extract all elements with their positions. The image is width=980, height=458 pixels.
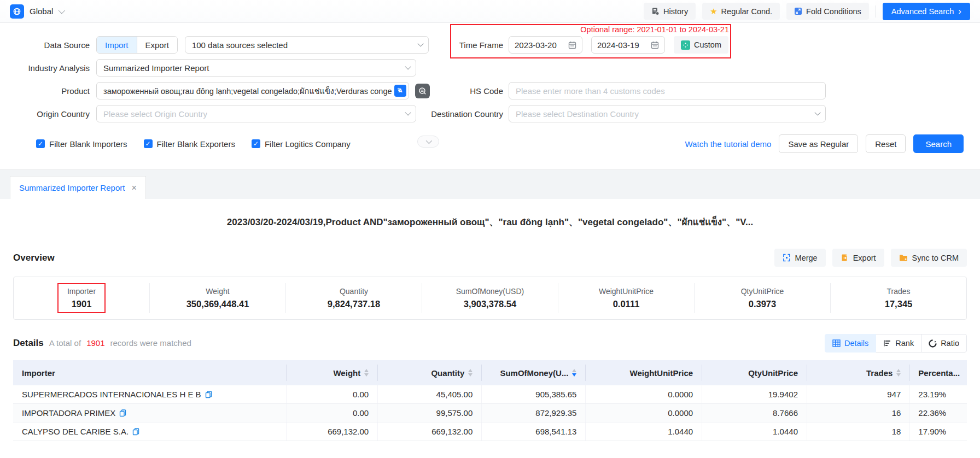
chevron-down-icon — [417, 40, 423, 46]
merge-button[interactable]: Merge — [774, 249, 826, 267]
table-row[interactable]: IMPORTADORA PRIMEX 0.0099,575.00872,929.… — [13, 404, 967, 422]
filter-checkbox-label: Filter Blank Importers — [49, 139, 127, 149]
column-header-percenta-: Percenta... — [909, 360, 967, 385]
table-row[interactable]: CALYPSO DEL CARIBE S.A. 669,132.00669,13… — [13, 422, 967, 441]
chevron-down-icon — [814, 109, 820, 115]
copy-icon[interactable] — [119, 409, 126, 417]
sort-carets[interactable] — [896, 369, 901, 377]
sort-asc-icon[interactable] — [896, 369, 901, 372]
match-summary-suffix: records were matched — [110, 338, 191, 348]
cell-sumofmoney-u-: 905,385.65 — [481, 385, 585, 403]
product-filter-icon[interactable] — [415, 84, 430, 98]
sort-asc-icon[interactable] — [364, 369, 369, 372]
column-header-importer: Importer — [13, 360, 286, 385]
cell-qtyunitprice: 1.0440 — [702, 422, 807, 441]
importer-link[interactable]: IMPORTADORA PRIMEX — [22, 408, 115, 418]
view-rank-button[interactable]: Rank — [876, 334, 921, 353]
product-input[interactable]: замороженный овощ;rau đông lạnh;vegetal … — [96, 82, 409, 99]
sort-desc-icon[interactable] — [468, 373, 472, 377]
close-icon[interactable]: × — [131, 183, 136, 193]
custom-range-button[interactable]: Custom — [674, 36, 728, 54]
stat-value: 9,824,737.18 — [328, 299, 380, 309]
start-date-input[interactable]: 2023-03-20 — [509, 36, 582, 54]
region-selector-label[interactable]: Global — [30, 7, 53, 16]
save-as-regular-button[interactable]: Save as Regular — [779, 134, 858, 153]
checkbox-checked-icon[interactable]: ✓ — [252, 139, 260, 148]
globe-icon — [10, 4, 24, 19]
copy-icon[interactable] — [132, 428, 139, 436]
origin-country-select[interactable]: Please select Origin Country — [96, 105, 416, 122]
sync-to-crm-button[interactable]: Sync to CRM — [891, 249, 967, 267]
importer-cell: SUPERMERCADOS INTERNACIONALES H E B — [13, 385, 286, 403]
data-sources-select[interactable]: 100 data sources selected — [185, 36, 429, 54]
stat-label: Importer — [67, 287, 96, 296]
column-header-trades[interactable]: Trades — [807, 360, 909, 385]
star-icon: ★ — [710, 7, 717, 15]
stat-value: 1901 — [72, 299, 92, 309]
column-header-weight[interactable]: Weight — [286, 360, 377, 385]
history-button[interactable]: History — [644, 3, 696, 20]
chevron-down-icon[interactable] — [59, 7, 66, 14]
report-content: 2023/03/20-2024/03/19,Product AND"заморо… — [0, 214, 980, 441]
stat-value: 3,903,378.54 — [464, 299, 516, 309]
importer-link[interactable]: SUPERMERCADOS INTERNACIONALES H E B — [22, 390, 201, 399]
checkbox-checked-icon[interactable]: ✓ — [36, 139, 45, 148]
export-tab[interactable]: Export — [137, 37, 177, 53]
copy-icon[interactable] — [205, 391, 212, 398]
view-details-button[interactable]: Details — [825, 334, 876, 353]
tutorial-link[interactable]: Watch the tutorial demo — [685, 139, 772, 149]
table-row[interactable]: SUPERMERCADOS INTERNACIONALES H E B 0.00… — [13, 385, 967, 404]
sort-asc-icon[interactable] — [468, 369, 472, 372]
hs-code-label: HS Code — [451, 86, 503, 96]
search-button[interactable]: Search — [913, 134, 964, 153]
cell-qtyunitprice: 8.7666 — [702, 404, 807, 422]
sort-desc-icon[interactable] — [364, 373, 369, 377]
cell-weight: 0.00 — [286, 404, 377, 422]
sort-carets[interactable] — [364, 369, 369, 377]
filter-checkbox-0[interactable]: ✓ Filter Blank Importers — [36, 139, 127, 149]
stat-weight: Weight 350,369,448.41 — [149, 283, 285, 313]
checkbox-checked-icon[interactable]: ✓ — [144, 139, 153, 148]
industry-analysis-select[interactable]: Summarized Importer Report — [96, 59, 416, 77]
stat-label: Quantity — [340, 287, 368, 296]
cell-weightunitprice: 0.0000 — [585, 404, 702, 422]
view-ratio-button[interactable]: Ratio — [921, 334, 967, 353]
end-date-input[interactable]: 2024-03-19 — [591, 36, 665, 54]
fold-conditions-icon — [794, 7, 802, 15]
time-frame-label: Time Frame — [451, 40, 503, 50]
collapse-conditions-button[interactable] — [417, 136, 439, 148]
destination-country-placeholder: Please select Destination Country — [516, 109, 639, 119]
reset-button[interactable]: Reset — [866, 134, 906, 153]
column-header-sumofmoney-u-[interactable]: SumOfMoney(U... — [481, 360, 585, 385]
stat-label: Trades — [886, 287, 910, 296]
column-header-weightunitprice: WeightUnitPrice — [585, 360, 702, 385]
stat-value: 17,345 — [885, 299, 912, 309]
tab-summarized-importer-report[interactable]: Summarized Importer Report × — [10, 176, 146, 199]
data-source-label: Data Source — [13, 40, 90, 50]
calendar-icon — [651, 41, 659, 49]
fold-conditions-button[interactable]: Fold Conditions — [786, 3, 869, 20]
overview-heading: Overview — [13, 253, 55, 263]
sort-carets[interactable] — [572, 369, 576, 377]
translate-icon[interactable]: A — [394, 85, 406, 97]
sort-desc-icon[interactable] — [896, 373, 901, 377]
filter-checkbox-1[interactable]: ✓ Filter Blank Exporters — [144, 139, 235, 149]
stat-label: QtyUnitPrice — [741, 287, 784, 296]
regular-cond--button[interactable]: ★Regular Cond. — [702, 3, 780, 20]
importer-link[interactable]: CALYPSO DEL CARIBE S.A. — [22, 427, 129, 436]
advanced-search-button[interactable]: Advanced Search› — [883, 3, 970, 20]
export-button[interactable]: Export — [832, 249, 884, 267]
hs-code-input[interactable]: Please enter more than 4 customs codes — [509, 82, 826, 99]
import-tab[interactable]: Import — [97, 37, 137, 53]
sort-carets[interactable] — [468, 369, 472, 377]
chevron-down-icon — [426, 138, 432, 144]
destination-country-select[interactable]: Please select Destination Country — [509, 105, 826, 122]
cell-trades: 16 — [807, 404, 909, 422]
sort-asc-icon[interactable] — [572, 369, 576, 372]
column-header-quantity[interactable]: Quantity — [377, 360, 481, 385]
filter-checkbox-2[interactable]: ✓ Filter Logitics Company — [252, 139, 351, 149]
stat-quantity: Quantity 9,824,737.18 — [285, 283, 422, 313]
sort-desc-icon[interactable] — [572, 373, 576, 377]
importer-cell: CALYPSO DEL CARIBE S.A. — [13, 422, 286, 441]
cell-weightunitprice: 1.0440 — [585, 422, 702, 441]
